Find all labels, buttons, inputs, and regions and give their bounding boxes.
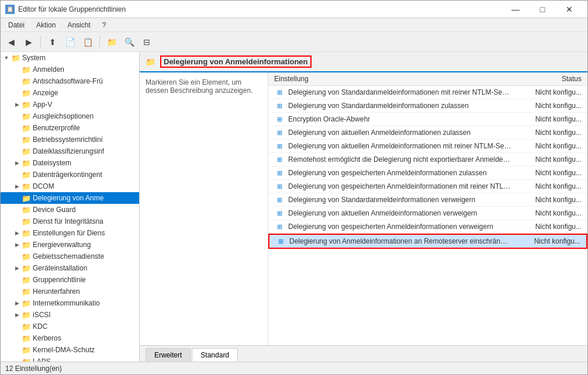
tree-node-laps[interactable]: ▶ 📁 LAPS bbox=[1, 356, 139, 362]
tree-label-energie: Energieverwaltung bbox=[33, 241, 91, 249]
tree-node-benutzer[interactable]: ▶ 📁 Benutzerprofile bbox=[1, 122, 139, 134]
tree-label-gruppen: Gruppenrichtlinie bbox=[33, 276, 86, 284]
tree-node-betrieb[interactable]: ▶ 📁 Betriebssystemrichtlini bbox=[1, 134, 139, 145]
tree-node-datentraeger[interactable]: ▶ 📁 Datenträgerkontingent bbox=[1, 169, 139, 180]
show-standard-button[interactable]: 📄 bbox=[62, 34, 78, 50]
settings-row[interactable]: ⊞ Delegierung von Standardanmeldeinforma… bbox=[268, 193, 587, 207]
tree-node-energie[interactable]: ▶ 📁 Energieverwaltung bbox=[1, 239, 139, 251]
expand-dcom[interactable]: ▶ bbox=[12, 182, 22, 191]
setting-status: Nicht konfigu... bbox=[510, 237, 580, 245]
tree-node-antischadsoftware[interactable]: ▶ 📁 Antischadsoftware-Frü bbox=[1, 75, 139, 87]
tree-node-dcom[interactable]: ▶ 📁 DCOM bbox=[1, 180, 139, 192]
tree-label-anmelden: Anmelden bbox=[33, 65, 64, 74]
settings-row[interactable]: ⊞ Delegierung von aktuellen Anmeldeinfor… bbox=[268, 126, 587, 140]
forward-button[interactable]: ▶ bbox=[20, 34, 37, 50]
status-text: 12 Einstellung(en) bbox=[5, 364, 62, 373]
settings-row[interactable]: ⊞ Encryption Oracle-Abwehr Nicht konfigu… bbox=[268, 113, 587, 126]
find-button[interactable]: 🔍 bbox=[121, 34, 137, 50]
menu-ansicht[interactable]: Ansicht bbox=[62, 19, 95, 31]
menu-datei[interactable]: Datei bbox=[3, 19, 30, 31]
tree-node-herunter[interactable]: ▶ 📁 Herunterfahren bbox=[1, 286, 139, 297]
setting-icon: ⊞ bbox=[275, 236, 286, 246]
toolbar-separator-2 bbox=[99, 36, 100, 48]
tree-node-kerneldma[interactable]: ▶ 📁 Kernel-DMA-Schutz bbox=[1, 344, 139, 356]
setting-icon: ⊞ bbox=[274, 87, 285, 98]
settings-row-highlighted[interactable]: ⊞ Delegierung von Anmeldeinformationen a… bbox=[268, 234, 587, 249]
setting-icon: ⊞ bbox=[274, 141, 285, 151]
tree-label-anti: Antischadsoftware-Frü bbox=[33, 77, 103, 85]
tree-node-gruppen[interactable]: ▶ 📁 Gruppenrichtlinie bbox=[1, 274, 139, 286]
setting-status: Nicht konfigu... bbox=[511, 142, 582, 150]
folder-icon-internet: 📁 bbox=[22, 298, 31, 308]
folder-icon-datentraeger: 📁 bbox=[22, 170, 31, 179]
tree-node-internet[interactable]: ▶ 📁 Internetkommunikatio bbox=[1, 297, 139, 309]
tree-node-geraete[interactable]: ▶ 📁 Geräteinstallation bbox=[1, 262, 139, 274]
column-status: Status bbox=[511, 75, 582, 83]
expand-iscsi[interactable]: ▶ bbox=[12, 310, 22, 320]
settings-row[interactable]: ⊞ Remotehost ermöglicht die Delegierung … bbox=[268, 153, 587, 166]
folder-icon-benutzer: 📁 bbox=[22, 123, 31, 133]
tree-label-iscsi: iSCSI bbox=[33, 311, 51, 319]
expand-geraete[interactable]: ▶ bbox=[12, 263, 22, 273]
expand-system[interactable]: ▼ bbox=[2, 53, 11, 62]
tree-node-delegierung[interactable]: ▶ 📁 Delegierung von Anme bbox=[1, 192, 139, 204]
maximize-button[interactable]: □ bbox=[529, 1, 556, 18]
folder-icon-iscsi: 📁 bbox=[22, 310, 31, 320]
close-button[interactable]: ✕ bbox=[556, 1, 583, 18]
tree-node-anzeige[interactable]: ▶ 📁 Anzeige bbox=[1, 87, 139, 99]
back-button[interactable]: ◀ bbox=[3, 34, 19, 50]
tree-node-kerberos[interactable]: ▶ 📁 Kerberos bbox=[1, 332, 139, 344]
setting-name: Delegierung von gespeicherten Anmeldeinf… bbox=[288, 182, 511, 190]
tree-label-geraete: Geräteinstallation bbox=[33, 264, 87, 272]
expand-internet[interactable]: ▶ bbox=[12, 298, 22, 308]
copy-button[interactable]: 📋 bbox=[79, 34, 96, 50]
setting-name: Encryption Oracle-Abwehr bbox=[288, 115, 511, 123]
tree-node-gebiets[interactable]: ▶ 📁 Gebietsschemadienste bbox=[1, 251, 139, 262]
settings-row[interactable]: ⊞ Delegierung von gespeicherten Anmeldei… bbox=[268, 166, 587, 180]
settings-row[interactable]: ⊞ Delegierung von Standardanmeldeinforma… bbox=[268, 99, 587, 113]
settings-row[interactable]: ⊞ Delegierung von gespeicherten Anmeldei… bbox=[268, 220, 587, 234]
tree-node-dateiclass[interactable]: ▶ 📁 Dateiklassifizierungsinf bbox=[1, 145, 139, 157]
settings-row[interactable]: ⊞ Delegierung von gespeicherten Anmeldei… bbox=[268, 180, 587, 193]
folder-icon-anmelden: 📁 bbox=[22, 65, 31, 74]
tree-node-kdc[interactable]: ▶ 📁 KDC bbox=[1, 321, 139, 332]
folder-icon-einstellungen: 📁 bbox=[22, 228, 31, 238]
folder-icon-anzeige: 📁 bbox=[22, 88, 31, 98]
filter-button[interactable]: ⊟ bbox=[139, 34, 155, 50]
menu-aktion[interactable]: Aktion bbox=[31, 19, 61, 31]
up-button[interactable]: ⬆ bbox=[44, 34, 61, 50]
tree-label-laps: LAPS bbox=[33, 357, 51, 362]
settings-row[interactable]: ⊞ Delegierung von aktuellen Anmeldeinfor… bbox=[268, 140, 587, 153]
tree-node-appv[interactable]: ▶ 📁 App-V bbox=[1, 99, 139, 110]
minimize-button[interactable]: — bbox=[502, 1, 529, 18]
tree-node-dateisystem[interactable]: ▶ 📁 Dateisystem bbox=[1, 157, 139, 169]
title-bar-left: 📋 Editor für lokale Gruppenrichtlinien bbox=[5, 5, 126, 14]
add-button[interactable]: 📁 bbox=[103, 34, 120, 50]
setting-status: Nicht konfigu... bbox=[511, 209, 582, 217]
tree-label-benutzer: Benutzerprofile bbox=[33, 124, 80, 132]
setting-status: Nicht konfigu... bbox=[511, 182, 582, 190]
settings-row[interactable]: ⊞ Delegierung von aktuellen Anmeldeinfor… bbox=[268, 207, 587, 220]
tree-node-system[interactable]: ▼ 📁 System bbox=[1, 52, 139, 64]
folder-icon-energie: 📁 bbox=[22, 240, 31, 249]
folder-icon-kdc: 📁 bbox=[22, 322, 31, 331]
tab-erweitert[interactable]: Erweitert bbox=[146, 348, 191, 362]
tree-node-dienst[interactable]: ▶ 📁 Dienst für Integritätsna bbox=[1, 216, 139, 227]
tree-node-iscsi[interactable]: ▶ 📁 iSCSI bbox=[1, 309, 139, 321]
settings-row[interactable]: ⊞ Delegierung von Standardanmeldeinforma… bbox=[268, 86, 587, 99]
tree-node-deviceguard[interactable]: ▶ 📁 Device Guard bbox=[1, 204, 139, 216]
tree-node-anmelden[interactable]: ▶ 📁 Anmelden bbox=[1, 64, 139, 75]
window-icon: 📋 bbox=[5, 5, 15, 14]
tree-node-einstellungen[interactable]: ▶ 📁 Einstellungen für Diens bbox=[1, 227, 139, 239]
tree-label-deviceguard: Device Guard bbox=[33, 206, 75, 214]
setting-status: Nicht konfigu... bbox=[511, 115, 582, 123]
menu-help[interactable]: ? bbox=[97, 19, 112, 31]
expand-einstellungen[interactable]: ▶ bbox=[12, 228, 22, 238]
expand-appv[interactable]: ▶ bbox=[12, 100, 22, 109]
tree-label-system: System bbox=[22, 54, 46, 62]
setting-icon: ⊞ bbox=[274, 208, 285, 218]
tree-node-ausgleich[interactable]: ▶ 📁 Ausgleichsoptionen bbox=[1, 110, 139, 122]
expand-dateisystem[interactable]: ▶ bbox=[12, 158, 22, 168]
tab-standard[interactable]: Standard bbox=[192, 348, 238, 362]
expand-energie[interactable]: ▶ bbox=[12, 240, 22, 249]
